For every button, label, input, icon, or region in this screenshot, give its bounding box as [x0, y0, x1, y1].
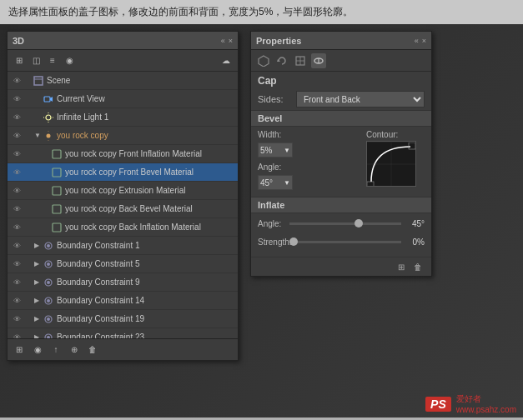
- ps-url: www.psahz.com: [456, 405, 516, 414]
- width-arrow-icon: ▼: [284, 147, 290, 154]
- panel-3d: 3D « × ⊞ ◫ ≡ ◉ ☁ 👁: [7, 31, 239, 361]
- toolbar-icon-circle[interactable]: ◉: [63, 54, 76, 68]
- sides-select[interactable]: Front and Back Front Back None: [296, 91, 425, 108]
- layer-item-bc1[interactable]: 👁 ▶ Boundary Constraint 1: [8, 237, 238, 255]
- toolbar-icon-split[interactable]: ◫: [29, 54, 43, 68]
- contour-label: Contour:: [366, 130, 425, 139]
- eye-icon-bc5[interactable]: 👁: [11, 258, 23, 270]
- arrow-bc5[interactable]: ▶: [34, 260, 43, 268]
- eye-icon-view[interactable]: 👁: [11, 93, 23, 105]
- contour-svg: [367, 142, 415, 186]
- eye-icon-bc1[interactable]: 👁: [11, 240, 23, 252]
- angle-slider-thumb[interactable]: [355, 219, 363, 228]
- layer-name-ext: you rock copy Extrusion Material: [65, 186, 186, 195]
- layer-item-light[interactable]: 👁 Infinite Light 1: [8, 108, 238, 127]
- layer-item-bc14[interactable]: 👁 ▶ Boundary Constraint 14: [8, 292, 238, 310]
- panel-3d-close-btn[interactable]: ×: [229, 37, 233, 45]
- icon-bc9: [43, 277, 54, 288]
- panel-3d-header: 3D « ×: [8, 32, 238, 50]
- eye-icon-bc9[interactable]: 👁: [11, 277, 23, 288]
- layer-item-current-view[interactable]: 👁 Current View: [8, 90, 238, 108]
- props-close-btn[interactable]: ×: [422, 37, 426, 45]
- layer-item-back-inflation[interactable]: 👁 you rock copy Back Inflation Material: [8, 218, 238, 237]
- layer-item-bc23[interactable]: 👁 ▶ Boundary Constraint 23: [8, 328, 238, 338]
- panel-3d-title: 3D: [13, 36, 24, 46]
- layer-name-fi: you rock copy Front Inflation Material: [65, 149, 202, 158]
- strength-slider-track: [289, 241, 401, 243]
- layer-item-extrusion[interactable]: 👁 you rock copy Extrusion Material: [8, 182, 238, 200]
- props-bottom-trash[interactable]: 🗑: [411, 260, 425, 273]
- arrow-bc23[interactable]: ▶: [34, 333, 43, 338]
- arrow-bc14[interactable]: ▶: [34, 297, 43, 304]
- instruction-text: 选择属性面板的盖子图标，修改边的前面和背面，宽度为5%，与半圆形轮廓。: [8, 6, 353, 18]
- eye-icon-bc23[interactable]: 👁: [11, 332, 23, 339]
- props-collapse-btn[interactable]: «: [415, 37, 419, 45]
- svg-rect-16: [53, 223, 61, 232]
- panel-3d-bottom: ⊞ ◉ ↑ ⊕ 🗑: [8, 338, 238, 360]
- toolbar-icon-grid[interactable]: ⊞: [13, 54, 26, 68]
- bevel-content: Width: 5% ▼ Angle: 45°: [251, 127, 431, 197]
- layer-item-back-bevel[interactable]: 👁 you rock copy Back Bevel Material: [8, 200, 238, 218]
- svg-rect-14: [53, 187, 61, 195]
- width-row: Width:: [258, 130, 360, 139]
- props-controls: « ×: [415, 37, 426, 45]
- icon-mesh-bb: [51, 203, 63, 215]
- layer-item-scene[interactable]: 👁 Scene: [8, 72, 238, 90]
- props-icon-rotate[interactable]: [274, 53, 289, 68]
- svg-rect-2: [44, 97, 50, 102]
- arrow-bc19[interactable]: ▶: [34, 315, 43, 322]
- eye-icon-ext[interactable]: 👁: [11, 185, 23, 197]
- layer-item-bc9[interactable]: 👁 ▶ Boundary Constraint 9: [8, 273, 238, 292]
- props-icon-mesh[interactable]: [293, 53, 308, 68]
- arrow-bc9[interactable]: ▶: [34, 278, 43, 286]
- width-input[interactable]: 5% ▼: [258, 142, 293, 158]
- eye-icon-fi[interactable]: 👁: [11, 148, 23, 160]
- layer-item-bc19[interactable]: 👁 ▶ Boundary Constraint 19: [8, 310, 238, 328]
- angle-input[interactable]: 45° ▼: [258, 175, 293, 190]
- props-icon-cube[interactable]: [256, 53, 271, 68]
- eye-icon-yourock[interactable]: 👁: [11, 130, 23, 142]
- bottom-icon-add[interactable]: ⊕: [68, 343, 81, 357]
- icon-bc5: [43, 258, 54, 270]
- bottom-icon-trash[interactable]: 🗑: [86, 343, 99, 357]
- svg-point-26: [47, 318, 50, 321]
- angle-value: 45°: [260, 178, 273, 188]
- inflate-angle-label: Angle:: [258, 219, 289, 228]
- eye-icon-light[interactable]: 👁: [11, 112, 23, 123]
- inflate-angle-slider[interactable]: [289, 217, 401, 230]
- layer-item-yourock[interactable]: 👁 ▼ you rock copy: [8, 127, 238, 145]
- strength-slider-thumb[interactable]: [289, 238, 298, 246]
- toolbar-icon-list[interactable]: ≡: [46, 54, 59, 68]
- bottom-icon-circle[interactable]: ◉: [31, 343, 44, 357]
- width-value: 5%: [260, 146, 272, 155]
- props-icon-cap[interactable]: [311, 53, 326, 68]
- panel-3d-collapse-btn[interactable]: «: [221, 37, 225, 45]
- watermark: PS 爱好者 www.psahz.com: [425, 393, 516, 414]
- layer-item-front-inflation[interactable]: 👁 you rock copy Front Inflation Material: [8, 145, 238, 163]
- icon-bc23: [43, 332, 54, 339]
- props-title: Properties: [256, 36, 301, 46]
- ps-logo: PS: [425, 397, 451, 412]
- strength-slider[interactable]: [289, 235, 401, 248]
- icon-mesh-bi: [51, 222, 63, 233]
- props-bottom-grid[interactable]: ⊞: [395, 260, 408, 273]
- eye-icon-bc14[interactable]: 👁: [11, 295, 23, 307]
- eye-icon-bb[interactable]: 👁: [11, 203, 23, 215]
- eye-icon-scene[interactable]: 👁: [11, 75, 23, 87]
- bottom-icon-up[interactable]: ↑: [49, 343, 63, 357]
- ps-site: 爱好者 www.psahz.com: [456, 393, 516, 414]
- eye-icon-bi[interactable]: 👁: [11, 222, 23, 233]
- arrow-yourock[interactable]: ▼: [34, 132, 43, 139]
- bevel-right: Contour:: [366, 130, 425, 193]
- angle-label: Angle:: [258, 162, 289, 172]
- toolbar-icon-light[interactable]: ☁: [219, 54, 233, 68]
- bottom-icon-grid[interactable]: ⊞: [13, 343, 26, 357]
- contour-preview[interactable]: [366, 141, 416, 187]
- layer-item-bc5[interactable]: 👁 ▶ Boundary Constraint 5: [8, 255, 238, 273]
- sides-label: Sides:: [258, 94, 291, 104]
- eye-icon-fb[interactable]: 👁: [11, 167, 23, 178]
- arrow-bc1[interactable]: ▶: [34, 242, 43, 249]
- eye-icon-bc19[interactable]: 👁: [11, 313, 23, 325]
- props-toolbar: [251, 50, 431, 72]
- layer-item-front-bevel[interactable]: 👁 you rock copy Front Bevel Material: [8, 163, 238, 182]
